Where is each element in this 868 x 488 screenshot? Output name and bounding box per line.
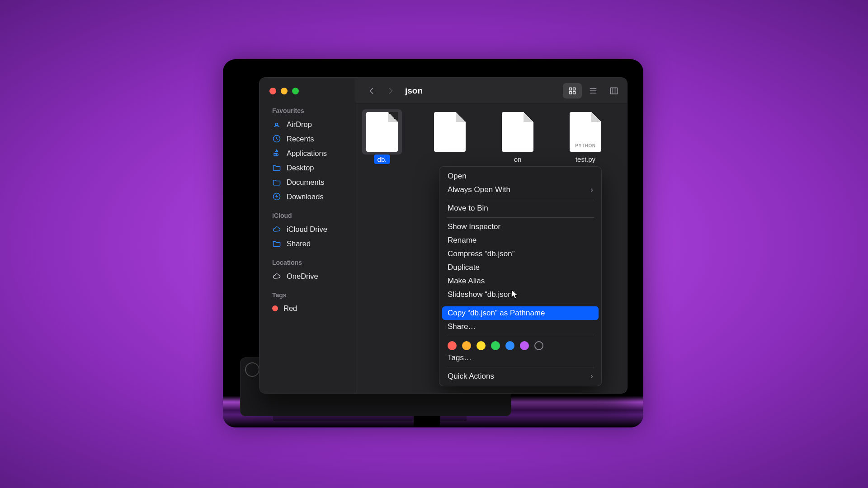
menu-tag-colors	[442, 338, 599, 351]
sidebar-item-label: Desktop	[287, 164, 314, 172]
file-item[interactable]: db.	[360, 112, 404, 164]
finder-window: Favourites AirDrop Recents Applications …	[259, 77, 627, 394]
menu-item-tags[interactable]: Tags…	[442, 351, 599, 365]
sidebar-item-documents[interactable]: Documents	[259, 175, 355, 189]
window-title: json	[405, 86, 423, 96]
close-window-button[interactable]	[269, 88, 276, 94]
file-type-badge: PYTHON	[570, 143, 601, 148]
forward-button[interactable]	[382, 83, 400, 99]
desktop-wallpaper-frame: Favourites AirDrop Recents Applications …	[223, 59, 643, 427]
sidebar-item-label: Applications	[287, 149, 327, 158]
sidebar-heading-locations: Locations	[259, 255, 355, 269]
sidebar-item-label: AirDrop	[287, 120, 312, 129]
folder-icon	[272, 163, 281, 172]
search-icon	[245, 362, 259, 377]
tag-color-blue[interactable]	[505, 341, 514, 350]
column-view-button[interactable]	[604, 83, 623, 99]
sidebar-item-downloads[interactable]: Downloads	[259, 189, 355, 204]
svg-rect-6	[573, 91, 576, 94]
svg-rect-3	[569, 88, 571, 90]
sidebar-heading-favourites: Favourites	[259, 103, 355, 117]
window-controls	[259, 84, 355, 103]
file-icon: PYTHON	[570, 112, 601, 152]
menu-item-slideshow[interactable]: Slideshow “db.json”	[442, 288, 599, 301]
sidebar-heading-tags: Tags	[259, 288, 355, 301]
sidebar-item-airdrop[interactable]: AirDrop	[259, 117, 355, 131]
sidebar-item-shared[interactable]: Shared	[259, 236, 355, 251]
shared-folder-icon	[272, 239, 281, 248]
svg-rect-4	[573, 88, 576, 90]
clock-icon	[272, 134, 281, 143]
menu-separator	[447, 367, 594, 367]
tag-color-none[interactable]	[534, 341, 543, 350]
minimize-window-button[interactable]	[281, 88, 288, 94]
sidebar-item-recents[interactable]: Recents	[259, 131, 355, 146]
fullscreen-window-button[interactable]	[292, 88, 299, 94]
context-menu: Open Always Open With › Move to Bin Show…	[439, 166, 602, 386]
file-name-label: test.py	[572, 155, 599, 164]
sidebar-item-label: Downloads	[287, 192, 324, 201]
file-item[interactable]: on	[495, 112, 540, 164]
menu-separator	[447, 217, 594, 218]
icon-view-button[interactable]	[563, 83, 582, 99]
apps-icon	[272, 149, 281, 158]
sidebar-item-icloud-drive[interactable]: iCloud Drive	[259, 222, 355, 236]
finder-toolbar: json	[355, 78, 627, 104]
view-switcher	[563, 83, 623, 99]
sidebar-item-label: Red	[283, 304, 297, 313]
file-name-label: db.	[374, 155, 391, 164]
sidebar-item-tag-red[interactable]: Red	[259, 301, 355, 315]
mouse-cursor	[511, 290, 519, 300]
cloud-icon	[272, 272, 281, 281]
chevron-right-icon: ›	[590, 185, 593, 194]
file-name-label: on	[510, 155, 525, 164]
menu-item-share[interactable]: Share…	[442, 320, 599, 333]
menu-item-show-inspector[interactable]: Show Inspector	[442, 220, 599, 234]
file-item[interactable]	[428, 112, 472, 156]
menu-separator	[447, 336, 594, 336]
menu-item-quick-actions[interactable]: Quick Actions ›	[442, 370, 599, 383]
svg-rect-5	[569, 91, 571, 94]
tag-color-red[interactable]	[448, 341, 457, 350]
tag-color-icon	[272, 305, 278, 311]
menu-item-duplicate[interactable]: Duplicate	[442, 261, 599, 274]
menu-separator	[447, 199, 594, 199]
tag-color-orange[interactable]	[462, 341, 471, 350]
sidebar-item-desktop[interactable]: Desktop	[259, 160, 355, 175]
sidebar-item-onedrive[interactable]: OneDrive	[259, 269, 355, 283]
finder-sidebar: Favourites AirDrop Recents Applications …	[259, 78, 355, 393]
menu-item-copy-pathname[interactable]: Copy “db.json” as Pathname	[442, 306, 599, 320]
tag-color-yellow[interactable]	[476, 341, 486, 350]
file-icon	[434, 112, 466, 152]
sidebar-heading-icloud: iCloud	[259, 208, 355, 222]
chevron-right-icon: ›	[590, 372, 593, 381]
svg-rect-7	[611, 88, 618, 94]
sidebar-item-label: Recents	[287, 135, 314, 143]
back-button[interactable]	[363, 83, 381, 99]
list-view-button[interactable]	[584, 83, 603, 99]
menu-item-make-alias[interactable]: Make Alias	[442, 274, 599, 288]
sidebar-item-label: OneDrive	[287, 272, 318, 281]
tag-color-green[interactable]	[491, 341, 500, 350]
file-icon	[366, 112, 398, 152]
menu-item-move-to-bin[interactable]: Move to Bin	[442, 202, 599, 215]
tag-color-purple[interactable]	[520, 341, 529, 350]
cloud-icon	[272, 225, 281, 234]
menu-item-always-open-with[interactable]: Always Open With ›	[442, 183, 599, 197]
menu-item-compress[interactable]: Compress “db.json”	[442, 247, 599, 261]
menu-item-rename[interactable]: Rename	[442, 234, 599, 247]
sidebar-item-label: Documents	[287, 178, 324, 187]
menu-item-open[interactable]: Open	[442, 169, 599, 183]
folder-icon	[272, 178, 281, 187]
download-icon	[272, 192, 281, 201]
menu-separator	[447, 304, 594, 304]
sidebar-item-label: Shared	[287, 239, 311, 248]
file-name-label	[446, 155, 453, 156]
file-grid[interactable]: db. on PYTHON test.py	[355, 104, 627, 172]
sidebar-item-label: iCloud Drive	[287, 225, 327, 234]
file-icon	[502, 112, 533, 152]
airdrop-icon	[272, 120, 281, 129]
file-item[interactable]: PYTHON test.py	[563, 112, 608, 164]
sidebar-item-applications[interactable]: Applications	[259, 146, 355, 160]
